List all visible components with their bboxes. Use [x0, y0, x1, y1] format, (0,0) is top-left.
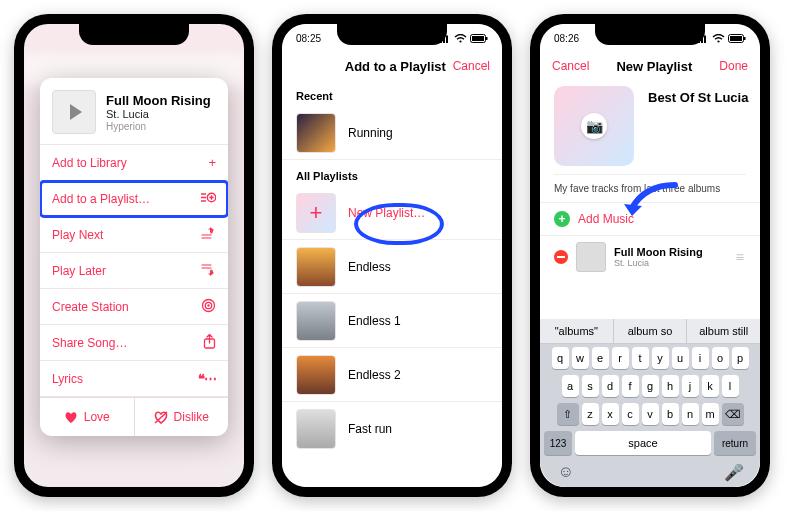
menu-label: Add to a Playlist…: [52, 192, 150, 206]
menu-create-station[interactable]: Create Station: [40, 289, 228, 325]
menu-add-to-playlist[interactable]: Add to a Playlist…: [40, 181, 228, 217]
svg-point-23: [717, 40, 719, 42]
playlist-cover: [296, 355, 336, 395]
plus-icon: +: [208, 155, 216, 170]
key-w[interactable]: w: [572, 347, 589, 369]
playlist-cover: [296, 301, 336, 341]
playlist-name: Fast run: [348, 422, 392, 436]
key-b[interactable]: b: [662, 403, 679, 425]
svg-rect-25: [730, 36, 742, 41]
menu-label: Play Later: [52, 264, 106, 278]
svg-rect-17: [472, 36, 484, 41]
key-shift[interactable]: ⇧: [557, 403, 579, 425]
reorder-handle-icon[interactable]: ≡: [736, 249, 746, 265]
menu-lyrics[interactable]: Lyrics ❝⋯: [40, 361, 228, 397]
key-x[interactable]: x: [602, 403, 619, 425]
key-space[interactable]: space: [575, 431, 711, 455]
key-j[interactable]: j: [682, 375, 699, 397]
phone-new-playlist: 08:26 Cancel New Playlist Done 📷 Best Of…: [530, 14, 770, 497]
menu-play-next[interactable]: Play Next: [40, 217, 228, 253]
dislike-button[interactable]: Dislike: [135, 398, 229, 436]
notch: [337, 23, 447, 45]
suggestion[interactable]: album so: [614, 319, 688, 343]
key-row-emoji: ☺ 🎤: [540, 461, 760, 487]
song-album: Hyperion: [106, 121, 211, 132]
broadcast-icon: [201, 298, 216, 316]
key-z[interactable]: z: [582, 403, 599, 425]
key-c[interactable]: c: [622, 403, 639, 425]
key-u[interactable]: u: [672, 347, 689, 369]
playlist-artwork-picker[interactable]: 📷: [554, 86, 634, 166]
emoji-key[interactable]: ☺: [554, 461, 578, 483]
key-h[interactable]: h: [662, 375, 679, 397]
play-later-icon: [201, 263, 216, 279]
add-music-button[interactable]: + Add Music: [540, 203, 760, 236]
key-o[interactable]: o: [712, 347, 729, 369]
menu-label: Play Next: [52, 228, 103, 242]
suggestion[interactable]: album still: [687, 319, 760, 343]
notch: [79, 23, 189, 45]
key-123[interactable]: 123: [544, 431, 572, 455]
playlist-row-endless[interactable]: Endless: [282, 240, 502, 294]
wifi-icon: [454, 34, 467, 43]
dictation-key[interactable]: 🎤: [722, 461, 746, 483]
share-icon: [203, 334, 216, 352]
menu-share-song[interactable]: Share Song…: [40, 325, 228, 361]
suggestion-bar: "albums" album so album still: [540, 319, 760, 344]
playlist-name: Running: [348, 126, 393, 140]
add-circle-icon: +: [554, 211, 570, 227]
playlist-cover: [296, 247, 336, 287]
menu-add-to-library[interactable]: Add to Library +: [40, 145, 228, 181]
key-t[interactable]: t: [632, 347, 649, 369]
key-r[interactable]: r: [612, 347, 629, 369]
key-q[interactable]: q: [552, 347, 569, 369]
playlist-row-running[interactable]: Running: [282, 106, 502, 160]
key-v[interactable]: v: [642, 403, 659, 425]
heart-icon: [64, 411, 78, 424]
battery-icon: [470, 34, 488, 43]
playlist-row-fastrun[interactable]: Fast run: [282, 402, 502, 456]
key-i[interactable]: i: [692, 347, 709, 369]
status-time: 08:25: [296, 33, 321, 44]
key-y[interactable]: y: [652, 347, 669, 369]
key-d[interactable]: d: [602, 375, 619, 397]
menu-label: Share Song…: [52, 336, 127, 350]
remove-icon[interactable]: [554, 250, 568, 264]
key-s[interactable]: s: [582, 375, 599, 397]
key-a[interactable]: a: [562, 375, 579, 397]
love-label: Love: [84, 410, 110, 424]
playlist-row-new[interactable]: + New Playlist…: [282, 186, 502, 240]
svg-point-15: [459, 40, 461, 42]
love-button[interactable]: Love: [40, 398, 135, 436]
section-all-label: All Playlists: [282, 160, 502, 186]
playlist-name-input[interactable]: Best Of St Lucia: [648, 90, 760, 105]
svg-rect-14: [446, 35, 448, 43]
screen-1: Full Moon Rising St. Lucia Hyperion Add …: [24, 24, 244, 487]
cancel-button[interactable]: Cancel: [552, 59, 589, 73]
key-k[interactable]: k: [702, 375, 719, 397]
menu-play-later[interactable]: Play Later: [40, 253, 228, 289]
song-artist: St. Lucia: [106, 108, 211, 120]
done-button[interactable]: Done: [719, 59, 748, 73]
key-m[interactable]: m: [702, 403, 719, 425]
key-backspace[interactable]: ⌫: [722, 403, 744, 425]
key-f[interactable]: f: [622, 375, 639, 397]
playlist-row-endless1[interactable]: Endless 1: [282, 294, 502, 348]
key-g[interactable]: g: [642, 375, 659, 397]
key-p[interactable]: p: [732, 347, 749, 369]
key-e[interactable]: e: [592, 347, 609, 369]
playlist-row-endless2[interactable]: Endless 2: [282, 348, 502, 402]
nav-bar: Add to a Playlist Cancel: [282, 52, 502, 80]
cancel-button[interactable]: Cancel: [453, 59, 490, 73]
heart-slash-icon: [154, 411, 168, 424]
playlist-description-input[interactable]: My fave tracks from last three albums: [540, 175, 760, 203]
key-n[interactable]: n: [682, 403, 699, 425]
nav-bar: Cancel New Playlist Done: [540, 52, 760, 80]
keyboard: "albums" album so album still qwertyuiop…: [540, 319, 760, 487]
suggestion[interactable]: "albums": [540, 319, 614, 343]
key-row-2: asdfghjkl: [540, 372, 760, 400]
play-next-icon: [201, 227, 216, 243]
key-return[interactable]: return: [714, 431, 756, 455]
key-l[interactable]: l: [722, 375, 739, 397]
track-row[interactable]: Full Moon Rising St. Lucia ≡: [540, 236, 760, 278]
